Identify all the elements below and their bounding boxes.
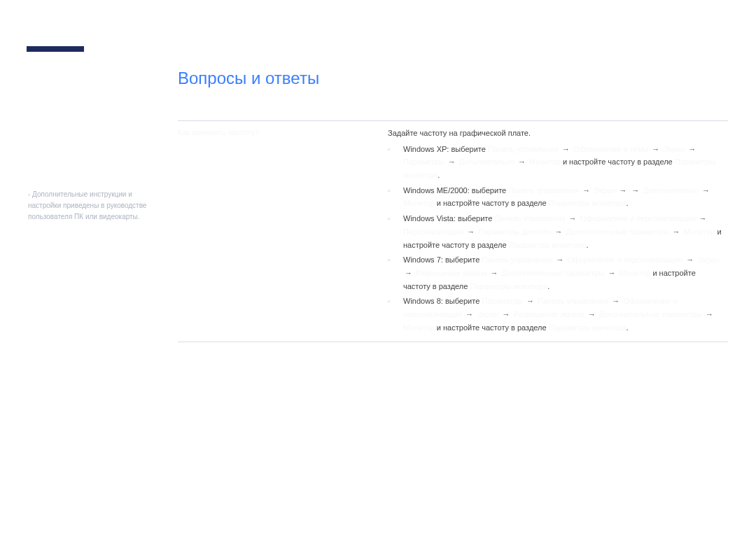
path-part: Персонализация: [403, 227, 463, 236]
body-wrap: - Дополнительные инструкции и настройки …: [28, 63, 728, 342]
arrow-icon: →: [465, 227, 476, 236]
accent-bar: [27, 46, 84, 52]
path-part: Параметры: [482, 297, 523, 305]
os-prefix: Windows 8: выберите: [403, 297, 479, 305]
arrow-icon: →: [581, 186, 592, 195]
path-part: Оформление и персонализация: [580, 214, 696, 223]
bullet-icon: ▫: [388, 184, 403, 210]
sidebar-note: Дополнительные инструкции и настройки пр…: [28, 190, 146, 220]
path-part: Монитор: [403, 199, 435, 207]
arrow-icon: →: [517, 157, 527, 166]
path-part: Оформление и персонализация: [568, 255, 683, 264]
arrow-icon: →: [489, 269, 500, 277]
path-part: Монитор: [620, 269, 651, 277]
question-text: Как изменить частоту?: [178, 127, 388, 336]
path-tail: и настройте частоту в разделе: [437, 323, 547, 332]
bullet-icon: ▫: [388, 295, 403, 334]
arrow-icon: →: [671, 227, 682, 236]
answer-column: Задайте частоту на графической плате. ▫ …: [388, 127, 728, 336]
list-item: ▫ Windows Vista: выберите Панель управле…: [388, 212, 728, 251]
arrow-icon: →: [587, 310, 597, 318]
path-part: Панель управления: [494, 214, 565, 223]
path-part: Параметры монитора: [549, 323, 626, 332]
path-part: Оформление и темы: [573, 145, 648, 153]
arrow-icon: →: [554, 255, 565, 264]
path-part: Параметры монитора: [549, 199, 626, 207]
path-part: Экран: [594, 186, 615, 195]
arrow-icon: →: [568, 214, 578, 223]
path-part: Параметры дисплея: [478, 227, 551, 236]
bullet-text: Windows 8: выберите Параметры → Панель у…: [403, 295, 722, 334]
path-part: Монитор: [684, 227, 715, 236]
qa-row: Как изменить частоту? Задайте частоту на…: [178, 121, 728, 342]
path-part: Экран: [697, 255, 719, 264]
bullet-text: Windows ME/2000: выберите Панель управле…: [403, 184, 722, 210]
arrow-icon: →: [607, 269, 617, 277]
arrow-icon: →: [687, 145, 697, 153]
arrow-icon: →: [685, 255, 695, 264]
bullet-text: Windows Vista: выберите Панель управлени…: [403, 212, 722, 251]
path-part: Панель управления: [488, 145, 559, 153]
path-part: Параметры монитора: [509, 241, 587, 249]
arrow-icon: →: [525, 297, 536, 305]
main-column: Вопросы и ответы Как изменить частоту? З…: [168, 63, 728, 342]
arrow-icon: →: [403, 269, 414, 277]
arrow-icon: →: [704, 310, 715, 318]
os-prefix: Windows Vista: выберите: [403, 214, 492, 223]
list-item: ▫ Windows XP: выберите Панель управления…: [388, 143, 728, 182]
path-part: Разрешение экрана: [416, 269, 486, 277]
list-item: ▫ Windows 8: выберите Параметры → Панель…: [388, 295, 728, 334]
os-prefix: Windows ME/2000: выберите: [403, 186, 506, 195]
path-part: Экран: [663, 145, 685, 153]
bullet-icon: ▫: [388, 253, 403, 293]
path-part: Дополнительные параметры: [566, 227, 669, 236]
arrow-icon: →: [447, 157, 457, 166]
path-part: Параметры: [403, 157, 444, 166]
arrow-icon: →: [698, 214, 708, 223]
answer-lead: Задайте частоту на графической плате.: [388, 127, 728, 140]
path-part: Экран: [477, 310, 498, 318]
arrow-icon: →: [561, 145, 571, 153]
page: - Дополнительные инструкции и настройки …: [0, 63, 756, 342]
list-item: ▫ Windows ME/2000: выберите Панель управ…: [388, 184, 728, 210]
path-tail: и настройте частоту в разделе: [563, 157, 673, 166]
path-part: Панель управления: [508, 186, 579, 195]
path-part: Монитор: [403, 323, 435, 332]
path-tail: и настройте частоту в разделе: [437, 199, 547, 207]
bullet-icon: ▫: [388, 212, 403, 251]
bullet-icon: ▫: [388, 143, 403, 182]
path-part: Монитор: [529, 157, 561, 166]
bullet-text: Windows XP: выберите Панель управления →…: [403, 143, 722, 182]
os-prefix: Windows XP: выберите: [403, 145, 486, 153]
os-prefix: Windows 7: выберите: [403, 255, 479, 264]
arrow-icon: →: [464, 310, 475, 318]
arrow-icon: →: [650, 145, 661, 153]
path-part: Дополнительно: [459, 157, 514, 166]
path-part: Панель управления: [482, 255, 552, 264]
path-part: Дополнительные параметры: [502, 269, 605, 277]
arrow-icon: →: [701, 186, 711, 195]
arrow-icon: →: [618, 186, 629, 195]
path-part: Параметры монитора: [470, 282, 547, 290]
arrow-icon: →: [610, 297, 621, 305]
path-part: Разрешение экрана: [514, 310, 584, 318]
path-part: Дополнительно: [643, 186, 699, 195]
sidebar: - Дополнительные инструкции и настройки …: [28, 63, 168, 342]
arrow-icon: →: [554, 227, 564, 236]
path-part: Дополнительные параметры: [599, 310, 702, 318]
bullet-text: Windows 7: выберите Панель управления → …: [403, 253, 722, 293]
list-item: ▫ Windows 7: выберите Панель управления …: [388, 253, 728, 293]
separator-bottom: [178, 342, 728, 342]
path-part: Панель управления: [538, 297, 608, 305]
arrow-icon: →: [500, 310, 511, 318]
arrow-icon: →: [631, 186, 641, 195]
page-heading: Вопросы и ответы: [178, 69, 728, 88]
